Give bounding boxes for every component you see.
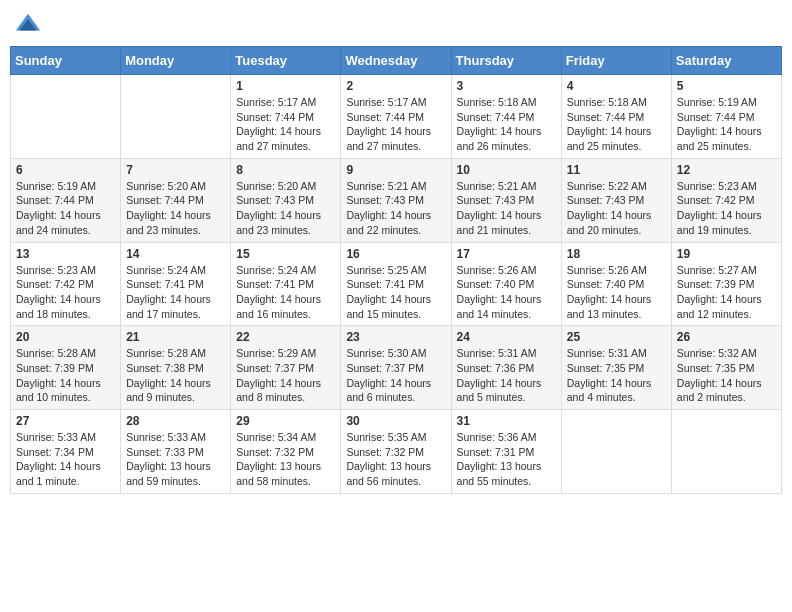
weekday-header-sunday: Sunday: [11, 47, 121, 75]
day-info: Sunrise: 5:19 AMSunset: 7:44 PMDaylight:…: [677, 95, 776, 154]
calendar-week-row: 1Sunrise: 5:17 AMSunset: 7:44 PMDaylight…: [11, 75, 782, 159]
calendar-cell: 29Sunrise: 5:34 AMSunset: 7:32 PMDayligh…: [231, 410, 341, 494]
weekday-header-saturday: Saturday: [671, 47, 781, 75]
weekday-header-tuesday: Tuesday: [231, 47, 341, 75]
day-info: Sunrise: 5:22 AMSunset: 7:43 PMDaylight:…: [567, 179, 666, 238]
day-info: Sunrise: 5:30 AMSunset: 7:37 PMDaylight:…: [346, 346, 445, 405]
day-number: 22: [236, 330, 335, 344]
day-info: Sunrise: 5:23 AMSunset: 7:42 PMDaylight:…: [677, 179, 776, 238]
day-number: 1: [236, 79, 335, 93]
calendar-cell: [11, 75, 121, 159]
weekday-header-thursday: Thursday: [451, 47, 561, 75]
day-info: Sunrise: 5:28 AMSunset: 7:39 PMDaylight:…: [16, 346, 115, 405]
day-number: 15: [236, 247, 335, 261]
calendar-cell: 14Sunrise: 5:24 AMSunset: 7:41 PMDayligh…: [121, 242, 231, 326]
day-number: 4: [567, 79, 666, 93]
day-number: 19: [677, 247, 776, 261]
weekday-header-monday: Monday: [121, 47, 231, 75]
weekday-header-friday: Friday: [561, 47, 671, 75]
day-info: Sunrise: 5:19 AMSunset: 7:44 PMDaylight:…: [16, 179, 115, 238]
day-info: Sunrise: 5:18 AMSunset: 7:44 PMDaylight:…: [457, 95, 556, 154]
calendar-cell: 2Sunrise: 5:17 AMSunset: 7:44 PMDaylight…: [341, 75, 451, 159]
day-info: Sunrise: 5:29 AMSunset: 7:37 PMDaylight:…: [236, 346, 335, 405]
calendar-week-row: 13Sunrise: 5:23 AMSunset: 7:42 PMDayligh…: [11, 242, 782, 326]
calendar-cell: 24Sunrise: 5:31 AMSunset: 7:36 PMDayligh…: [451, 326, 561, 410]
day-number: 26: [677, 330, 776, 344]
day-info: Sunrise: 5:32 AMSunset: 7:35 PMDaylight:…: [677, 346, 776, 405]
calendar-week-row: 20Sunrise: 5:28 AMSunset: 7:39 PMDayligh…: [11, 326, 782, 410]
day-number: 17: [457, 247, 556, 261]
day-number: 31: [457, 414, 556, 428]
day-number: 2: [346, 79, 445, 93]
day-info: Sunrise: 5:28 AMSunset: 7:38 PMDaylight:…: [126, 346, 225, 405]
day-number: 28: [126, 414, 225, 428]
calendar-cell: 8Sunrise: 5:20 AMSunset: 7:43 PMDaylight…: [231, 158, 341, 242]
day-number: 7: [126, 163, 225, 177]
calendar-week-row: 6Sunrise: 5:19 AMSunset: 7:44 PMDaylight…: [11, 158, 782, 242]
calendar-cell: 1Sunrise: 5:17 AMSunset: 7:44 PMDaylight…: [231, 75, 341, 159]
day-info: Sunrise: 5:35 AMSunset: 7:32 PMDaylight:…: [346, 430, 445, 489]
page-header: [10, 10, 782, 38]
calendar-cell: 10Sunrise: 5:21 AMSunset: 7:43 PMDayligh…: [451, 158, 561, 242]
day-number: 10: [457, 163, 556, 177]
day-number: 5: [677, 79, 776, 93]
calendar-cell: 27Sunrise: 5:33 AMSunset: 7:34 PMDayligh…: [11, 410, 121, 494]
calendar-cell: 18Sunrise: 5:26 AMSunset: 7:40 PMDayligh…: [561, 242, 671, 326]
day-info: Sunrise: 5:27 AMSunset: 7:39 PMDaylight:…: [677, 263, 776, 322]
day-info: Sunrise: 5:20 AMSunset: 7:43 PMDaylight:…: [236, 179, 335, 238]
day-info: Sunrise: 5:31 AMSunset: 7:35 PMDaylight:…: [567, 346, 666, 405]
weekday-header-row: SundayMondayTuesdayWednesdayThursdayFrid…: [11, 47, 782, 75]
day-number: 11: [567, 163, 666, 177]
day-info: Sunrise: 5:17 AMSunset: 7:44 PMDaylight:…: [236, 95, 335, 154]
day-info: Sunrise: 5:24 AMSunset: 7:41 PMDaylight:…: [126, 263, 225, 322]
day-info: Sunrise: 5:25 AMSunset: 7:41 PMDaylight:…: [346, 263, 445, 322]
calendar-cell: 20Sunrise: 5:28 AMSunset: 7:39 PMDayligh…: [11, 326, 121, 410]
calendar-week-row: 27Sunrise: 5:33 AMSunset: 7:34 PMDayligh…: [11, 410, 782, 494]
calendar-cell: 19Sunrise: 5:27 AMSunset: 7:39 PMDayligh…: [671, 242, 781, 326]
logo-icon: [14, 10, 42, 38]
calendar-cell: 26Sunrise: 5:32 AMSunset: 7:35 PMDayligh…: [671, 326, 781, 410]
day-number: 21: [126, 330, 225, 344]
calendar-cell: 22Sunrise: 5:29 AMSunset: 7:37 PMDayligh…: [231, 326, 341, 410]
day-info: Sunrise: 5:26 AMSunset: 7:40 PMDaylight:…: [567, 263, 666, 322]
day-info: Sunrise: 5:17 AMSunset: 7:44 PMDaylight:…: [346, 95, 445, 154]
calendar-cell: 23Sunrise: 5:30 AMSunset: 7:37 PMDayligh…: [341, 326, 451, 410]
calendar-cell: 11Sunrise: 5:22 AMSunset: 7:43 PMDayligh…: [561, 158, 671, 242]
calendar-cell: [561, 410, 671, 494]
calendar-cell: 16Sunrise: 5:25 AMSunset: 7:41 PMDayligh…: [341, 242, 451, 326]
day-info: Sunrise: 5:20 AMSunset: 7:44 PMDaylight:…: [126, 179, 225, 238]
day-info: Sunrise: 5:21 AMSunset: 7:43 PMDaylight:…: [346, 179, 445, 238]
day-info: Sunrise: 5:33 AMSunset: 7:33 PMDaylight:…: [126, 430, 225, 489]
day-info: Sunrise: 5:31 AMSunset: 7:36 PMDaylight:…: [457, 346, 556, 405]
day-number: 25: [567, 330, 666, 344]
day-number: 8: [236, 163, 335, 177]
calendar-cell: [671, 410, 781, 494]
day-number: 9: [346, 163, 445, 177]
day-number: 12: [677, 163, 776, 177]
calendar-cell: 25Sunrise: 5:31 AMSunset: 7:35 PMDayligh…: [561, 326, 671, 410]
day-number: 3: [457, 79, 556, 93]
weekday-header-wednesday: Wednesday: [341, 47, 451, 75]
calendar-cell: [121, 75, 231, 159]
day-number: 24: [457, 330, 556, 344]
calendar-cell: 6Sunrise: 5:19 AMSunset: 7:44 PMDaylight…: [11, 158, 121, 242]
day-info: Sunrise: 5:21 AMSunset: 7:43 PMDaylight:…: [457, 179, 556, 238]
logo: [14, 10, 44, 38]
day-number: 23: [346, 330, 445, 344]
calendar-cell: 5Sunrise: 5:19 AMSunset: 7:44 PMDaylight…: [671, 75, 781, 159]
day-number: 30: [346, 414, 445, 428]
day-number: 29: [236, 414, 335, 428]
day-info: Sunrise: 5:33 AMSunset: 7:34 PMDaylight:…: [16, 430, 115, 489]
day-number: 27: [16, 414, 115, 428]
calendar-cell: 28Sunrise: 5:33 AMSunset: 7:33 PMDayligh…: [121, 410, 231, 494]
calendar-cell: 30Sunrise: 5:35 AMSunset: 7:32 PMDayligh…: [341, 410, 451, 494]
day-number: 20: [16, 330, 115, 344]
day-number: 13: [16, 247, 115, 261]
calendar-cell: 15Sunrise: 5:24 AMSunset: 7:41 PMDayligh…: [231, 242, 341, 326]
calendar-table: SundayMondayTuesdayWednesdayThursdayFrid…: [10, 46, 782, 494]
day-info: Sunrise: 5:23 AMSunset: 7:42 PMDaylight:…: [16, 263, 115, 322]
calendar-cell: 9Sunrise: 5:21 AMSunset: 7:43 PMDaylight…: [341, 158, 451, 242]
day-info: Sunrise: 5:26 AMSunset: 7:40 PMDaylight:…: [457, 263, 556, 322]
calendar-cell: 4Sunrise: 5:18 AMSunset: 7:44 PMDaylight…: [561, 75, 671, 159]
calendar-cell: 7Sunrise: 5:20 AMSunset: 7:44 PMDaylight…: [121, 158, 231, 242]
